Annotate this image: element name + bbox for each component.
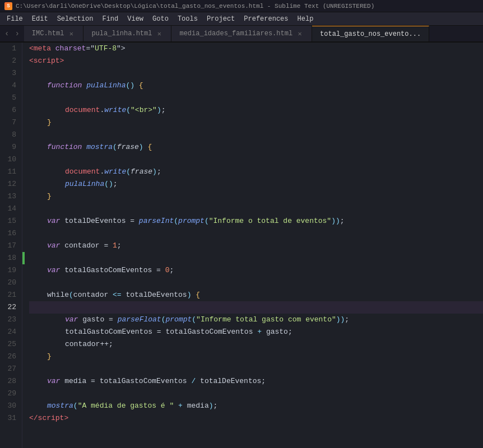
ln-4: 4 — [4, 80, 16, 92]
menu-file[interactable]: File — [2, 14, 27, 24]
tabbar: ‹ › IMC.html ✕ pula_linha.html ✕ media_i… — [0, 26, 483, 43]
ln-9: 9 — [4, 141, 16, 153]
code-line-24: totalGastoComEventos = totalGastoComEven… — [29, 326, 483, 338]
menu-tools[interactable]: Tools — [173, 14, 202, 24]
code-line-13: } — [29, 190, 483, 203]
ln-30: 30 — [4, 400, 16, 412]
code-line-26: } — [29, 351, 483, 363]
tab-imc[interactable]: IMC.html ✕ — [24, 26, 84, 41]
tab-pula-label: pula_linha.html — [91, 30, 152, 38]
editor: 1 2 3 4 5 6 7 8 9 10 11 12 13 14 15 16 1… — [0, 43, 483, 448]
code-line-22 — [29, 301, 483, 314]
app-logo: S — [4, 2, 12, 10]
code-line-18 — [29, 252, 483, 264]
ln-10: 10 — [4, 153, 16, 166]
line-numbers: 1 2 3 4 5 6 7 8 9 10 11 12 13 14 15 16 1… — [0, 43, 22, 448]
menubar: File Edit Selection Find View Goto Tools… — [0, 12, 483, 26]
menu-help[interactable]: Help — [293, 14, 318, 24]
menu-preferences[interactable]: Preferences — [239, 14, 292, 24]
menu-view[interactable]: View — [123, 14, 148, 24]
code-line-29 — [29, 388, 483, 400]
tab-total-label: total_gasto_nos_evento... — [320, 30, 421, 38]
ln-2: 2 — [4, 55, 16, 67]
code-area[interactable]: <meta charset="UTF-8"> <script> function… — [22, 43, 483, 448]
tab-pula-close[interactable]: ✕ — [155, 30, 163, 38]
tab-imc-close[interactable]: ✕ — [67, 30, 75, 38]
ln-1: 1 — [4, 43, 16, 55]
code-line-20 — [29, 277, 483, 289]
menu-find[interactable]: Find — [97, 14, 123, 24]
code-line-8 — [29, 129, 483, 141]
code-line-23: var gasto = parseFloat(prompt("Informe t… — [29, 314, 483, 326]
tab-pula[interactable]: pula_linha.html ✕ — [83, 26, 171, 41]
code-line-12: pulaLinha(); — [29, 178, 483, 190]
ln-27: 27 — [4, 363, 16, 375]
ln-23: 23 — [4, 314, 16, 326]
tab-media[interactable]: media_idades_familiares.html ✕ — [171, 26, 312, 41]
tab-prev-icon[interactable]: ‹ — [2, 28, 11, 39]
tab-imc-label: IMC.html — [32, 30, 64, 38]
ln-26: 26 — [4, 351, 16, 363]
code-line-11: document.write(frase); — [29, 166, 483, 178]
ln-20: 20 — [4, 277, 16, 289]
ln-21: 21 — [4, 289, 16, 301]
menu-goto[interactable]: Goto — [148, 14, 173, 24]
ln-15: 15 — [4, 215, 16, 227]
code-line-1: <meta charset="UTF-8"> — [29, 43, 483, 55]
ln-5: 5 — [4, 92, 16, 104]
code-line-17: var contador = 1; — [29, 240, 483, 252]
ln-28: 28 — [4, 375, 16, 388]
code-line-21: while(contador <= totalDeEventos) { — [29, 289, 483, 301]
ln-3: 3 — [4, 67, 16, 80]
ln-22: 22 — [4, 301, 16, 314]
title-text: C:\Users\darli\OneDrive\Desktop\Lógica\t… — [16, 3, 374, 10]
ln-24: 24 — [4, 326, 16, 338]
menu-edit[interactable]: Edit — [27, 14, 53, 24]
code-line-28: var media = totalGastoComEventos / total… — [29, 375, 483, 388]
ln-11: 11 — [4, 166, 16, 178]
ln-18: 18 — [4, 252, 16, 264]
code-line-16 — [29, 227, 483, 240]
ln-31: 31 — [4, 412, 16, 424]
code-line-9: function mostra(frase) { — [29, 141, 483, 153]
code-line-10 — [29, 153, 483, 166]
code-line-31: </script> — [29, 412, 483, 424]
titlebar: S C:\Users\darli\OneDrive\Desktop\Lógica… — [0, 0, 483, 12]
code-line-5 — [29, 92, 483, 104]
code-line-19: var totalGastoComEventos = 0; — [29, 264, 483, 277]
code-line-6: document.write("<br>"); — [29, 104, 483, 116]
menu-selection[interactable]: Selection — [53, 14, 98, 24]
ln-13: 13 — [4, 190, 16, 203]
tab-media-label: media_idades_familiares.html — [179, 30, 292, 38]
menu-project[interactable]: Project — [202, 14, 239, 24]
ln-29: 29 — [4, 388, 16, 400]
code-line-15: var totalDeEventos = parseInt(prompt("In… — [29, 215, 483, 227]
ln-19: 19 — [4, 264, 16, 277]
code-line-25: contador++; — [29, 338, 483, 351]
code-line-14 — [29, 203, 483, 215]
ln-25: 25 — [4, 338, 16, 351]
ln-8: 8 — [4, 129, 16, 141]
tab-media-close[interactable]: ✕ — [296, 30, 304, 38]
tab-next-icon[interactable]: › — [12, 28, 21, 39]
ln-16: 16 — [4, 227, 16, 240]
code-line-2: <script> — [29, 55, 483, 67]
ln-17: 17 — [4, 240, 16, 252]
code-line-7: } — [29, 116, 483, 129]
ln-14: 14 — [4, 203, 16, 215]
tab-nav[interactable]: ‹ › — [0, 26, 24, 41]
code-line-3 — [29, 67, 483, 80]
ln-7: 7 — [4, 116, 16, 129]
code-line-27 — [29, 363, 483, 375]
code-line-30: mostra("A média de gastos é " + media); — [29, 400, 483, 412]
ln-6: 6 — [4, 104, 16, 116]
ln-12: 12 — [4, 178, 16, 190]
tab-total[interactable]: total_gasto_nos_evento... — [312, 26, 429, 41]
code-line-4: function pulaLinha() { — [29, 80, 483, 92]
